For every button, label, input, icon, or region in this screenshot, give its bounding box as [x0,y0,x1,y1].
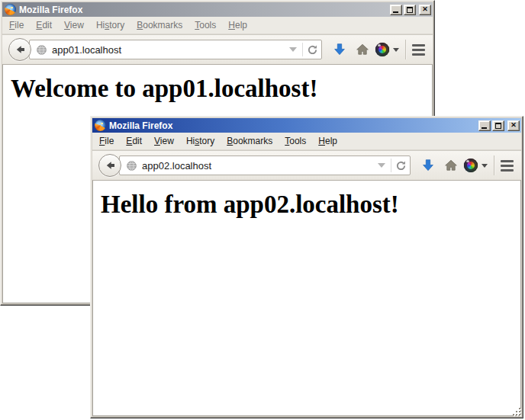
home-button[interactable] [351,38,374,61]
menu-hamburger-button[interactable] [501,160,514,172]
back-button[interactable] [8,38,31,61]
firefox-logo-icon [95,120,106,131]
toolbar-separator [405,40,406,59]
minimize-button[interactable] [390,5,402,15]
menu-history[interactable]: History [91,18,130,33]
url-text[interactable]: app02.localhost [137,160,372,172]
menu-history[interactable]: History [181,133,220,149]
navigation-toolbar: app02.localhost [92,150,521,181]
color-wheel-icon [464,159,478,172]
window-title: Mozilla Firefox [109,120,478,131]
home-icon [444,159,458,172]
back-button[interactable] [98,154,121,177]
menu-bar: File Edit View History Bookmarks Tools H… [92,133,521,150]
firefox-logo-icon [5,4,16,15]
color-wheel-icon [375,43,389,56]
minimize-icon [482,127,487,129]
menu-help[interactable]: Help [223,18,253,33]
url-text[interactable]: app01.localhost [47,44,284,56]
menu-hamburger-button[interactable] [412,44,425,56]
menu-tools[interactable]: Tools [279,133,311,149]
home-button[interactable] [440,154,462,177]
close-button[interactable]: ✕ [507,120,520,131]
reload-button[interactable] [391,160,410,172]
menu-view[interactable]: View [149,133,179,149]
urlbar-dropdown-icon[interactable] [378,163,385,168]
home-icon [356,43,369,56]
titlebar[interactable]: Mozilla Firefox ✕ [2,2,433,17]
reload-icon [307,44,318,56]
minimize-button[interactable] [478,120,491,131]
maximize-button[interactable] [404,5,416,15]
addon-dropdown-icon[interactable] [482,164,488,168]
downloads-button[interactable] [417,154,440,177]
urlbar-dropdown-icon[interactable] [289,47,297,52]
addon-button[interactable] [464,159,488,172]
maximize-icon [495,123,501,129]
reload-icon [395,160,407,172]
downloads-button[interactable] [328,38,351,61]
close-button[interactable]: ✕ [419,5,431,15]
resize-grip[interactable] [511,406,521,416]
download-arrow-icon [421,159,435,172]
back-arrow-icon [104,159,116,172]
site-globe-icon [36,44,47,56]
hamburger-icon [412,44,425,46]
minimize-icon [393,11,398,13]
page-heading: Hello from app02.localhost! [101,191,520,219]
page-content: Hello from app02.localhost! [92,181,521,416]
page-heading: Welcome to app01.localhost! [11,75,432,103]
navigation-toolbar: app01.localhost [2,34,433,65]
menu-help[interactable]: Help [313,133,343,149]
menu-edit[interactable]: Edit [121,133,147,149]
addon-dropdown-icon[interactable] [393,48,399,52]
menu-file[interactable]: File [94,133,119,149]
menu-bar: File Edit View History Bookmarks Tools H… [2,17,433,34]
url-bar[interactable]: app02.localhost [119,155,411,175]
close-icon: ✕ [511,122,517,129]
hamburger-icon [501,160,514,162]
browser-window-app02[interactable]: Mozilla Firefox ✕ File Edit View History… [90,116,523,418]
window-title: Mozilla Firefox [19,5,390,15]
download-arrow-icon [333,43,346,56]
reload-button[interactable] [303,44,321,56]
addon-button[interactable] [375,43,399,56]
maximize-button[interactable] [492,120,504,131]
menu-bookmarks[interactable]: Bookmarks [221,133,278,149]
menu-tools[interactable]: Tools [189,18,221,33]
toolbar-separator [494,155,494,175]
back-arrow-icon [14,43,26,56]
maximize-icon [407,7,413,13]
menu-bookmarks[interactable]: Bookmarks [131,18,188,33]
menu-file[interactable]: File [4,18,29,33]
menu-edit[interactable]: Edit [31,18,57,33]
menu-view[interactable]: View [59,18,89,33]
url-bar[interactable]: app01.localhost [29,40,322,59]
titlebar[interactable]: Mozilla Firefox ✕ [92,118,521,133]
site-globe-icon [126,160,137,172]
close-icon: ✕ [422,6,428,13]
